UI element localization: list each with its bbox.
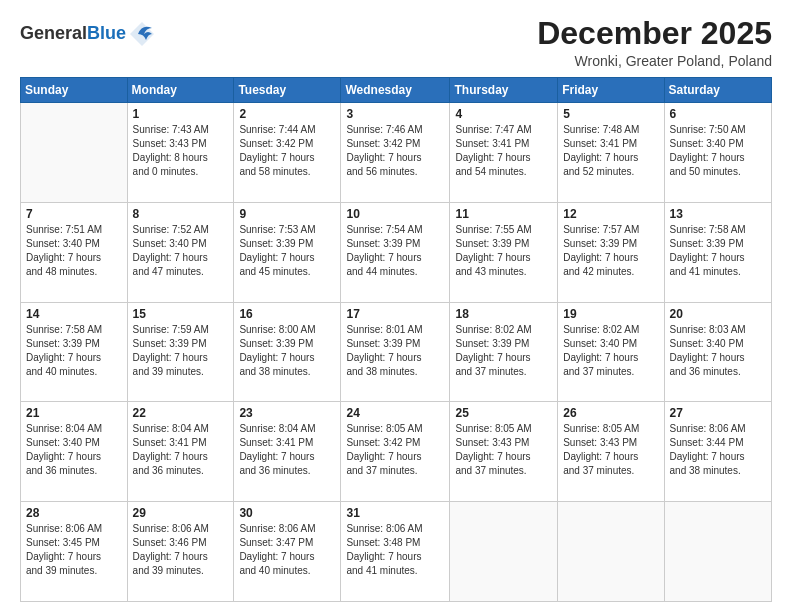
- calendar-header: Sunday Monday Tuesday Wednesday Thursday…: [21, 78, 772, 103]
- day-number: 31: [346, 506, 444, 520]
- table-row: 13Sunrise: 7:58 AMSunset: 3:39 PMDayligh…: [664, 202, 771, 302]
- table-row: 8Sunrise: 7:52 AMSunset: 3:40 PMDaylight…: [127, 202, 234, 302]
- day-info: Sunrise: 7:53 AMSunset: 3:39 PMDaylight:…: [239, 223, 335, 279]
- table-row: 17Sunrise: 8:01 AMSunset: 3:39 PMDayligh…: [341, 302, 450, 402]
- day-number: 21: [26, 406, 122, 420]
- day-info: Sunrise: 8:02 AMSunset: 3:39 PMDaylight:…: [455, 323, 552, 379]
- day-info: Sunrise: 7:52 AMSunset: 3:40 PMDaylight:…: [133, 223, 229, 279]
- col-wednesday: Wednesday: [341, 78, 450, 103]
- table-row: 30Sunrise: 8:06 AMSunset: 3:47 PMDayligh…: [234, 502, 341, 602]
- table-row: 20Sunrise: 8:03 AMSunset: 3:40 PMDayligh…: [664, 302, 771, 402]
- day-number: 27: [670, 406, 766, 420]
- day-info: Sunrise: 8:05 AMSunset: 3:43 PMDaylight:…: [455, 422, 552, 478]
- col-saturday: Saturday: [664, 78, 771, 103]
- day-number: 10: [346, 207, 444, 221]
- table-row: [450, 502, 558, 602]
- day-info: Sunrise: 8:04 AMSunset: 3:40 PMDaylight:…: [26, 422, 122, 478]
- table-row: 31Sunrise: 8:06 AMSunset: 3:48 PMDayligh…: [341, 502, 450, 602]
- table-row: 18Sunrise: 8:02 AMSunset: 3:39 PMDayligh…: [450, 302, 558, 402]
- table-row: 25Sunrise: 8:05 AMSunset: 3:43 PMDayligh…: [450, 402, 558, 502]
- day-info: Sunrise: 8:04 AMSunset: 3:41 PMDaylight:…: [239, 422, 335, 478]
- day-number: 6: [670, 107, 766, 121]
- day-info: Sunrise: 8:03 AMSunset: 3:40 PMDaylight:…: [670, 323, 766, 379]
- col-friday: Friday: [558, 78, 664, 103]
- table-row: 19Sunrise: 8:02 AMSunset: 3:40 PMDayligh…: [558, 302, 664, 402]
- day-info: Sunrise: 8:02 AMSunset: 3:40 PMDaylight:…: [563, 323, 658, 379]
- day-info: Sunrise: 8:00 AMSunset: 3:39 PMDaylight:…: [239, 323, 335, 379]
- day-number: 25: [455, 406, 552, 420]
- day-number: 17: [346, 307, 444, 321]
- day-number: 5: [563, 107, 658, 121]
- day-info: Sunrise: 7:48 AMSunset: 3:41 PMDaylight:…: [563, 123, 658, 179]
- calendar-row: 21Sunrise: 8:04 AMSunset: 3:40 PMDayligh…: [21, 402, 772, 502]
- day-number: 1: [133, 107, 229, 121]
- day-number: 8: [133, 207, 229, 221]
- day-number: 11: [455, 207, 552, 221]
- day-info: Sunrise: 7:47 AMSunset: 3:41 PMDaylight:…: [455, 123, 552, 179]
- day-number: 2: [239, 107, 335, 121]
- location-title: Wronki, Greater Poland, Poland: [537, 53, 772, 69]
- day-number: 26: [563, 406, 658, 420]
- day-info: Sunrise: 8:06 AMSunset: 3:44 PMDaylight:…: [670, 422, 766, 478]
- table-row: 5Sunrise: 7:48 AMSunset: 3:41 PMDaylight…: [558, 103, 664, 203]
- day-info: Sunrise: 8:06 AMSunset: 3:45 PMDaylight:…: [26, 522, 122, 578]
- calendar-row: 28Sunrise: 8:06 AMSunset: 3:45 PMDayligh…: [21, 502, 772, 602]
- table-row: 27Sunrise: 8:06 AMSunset: 3:44 PMDayligh…: [664, 402, 771, 502]
- day-info: Sunrise: 8:05 AMSunset: 3:42 PMDaylight:…: [346, 422, 444, 478]
- day-number: 29: [133, 506, 229, 520]
- day-info: Sunrise: 7:46 AMSunset: 3:42 PMDaylight:…: [346, 123, 444, 179]
- calendar-row: 14Sunrise: 7:58 AMSunset: 3:39 PMDayligh…: [21, 302, 772, 402]
- day-number: 18: [455, 307, 552, 321]
- table-row: 22Sunrise: 8:04 AMSunset: 3:41 PMDayligh…: [127, 402, 234, 502]
- calendar-row: 1Sunrise: 7:43 AMSunset: 3:43 PMDaylight…: [21, 103, 772, 203]
- month-title: December 2025: [537, 16, 772, 51]
- day-number: 7: [26, 207, 122, 221]
- col-sunday: Sunday: [21, 78, 128, 103]
- day-number: 28: [26, 506, 122, 520]
- table-row: [558, 502, 664, 602]
- table-row: 24Sunrise: 8:05 AMSunset: 3:42 PMDayligh…: [341, 402, 450, 502]
- col-tuesday: Tuesday: [234, 78, 341, 103]
- calendar-row: 7Sunrise: 7:51 AMSunset: 3:40 PMDaylight…: [21, 202, 772, 302]
- table-row: 16Sunrise: 8:00 AMSunset: 3:39 PMDayligh…: [234, 302, 341, 402]
- day-info: Sunrise: 8:04 AMSunset: 3:41 PMDaylight:…: [133, 422, 229, 478]
- table-row: 11Sunrise: 7:55 AMSunset: 3:39 PMDayligh…: [450, 202, 558, 302]
- calendar-body: 1Sunrise: 7:43 AMSunset: 3:43 PMDaylight…: [21, 103, 772, 602]
- table-row: 4Sunrise: 7:47 AMSunset: 3:41 PMDaylight…: [450, 103, 558, 203]
- header-row: Sunday Monday Tuesday Wednesday Thursday…: [21, 78, 772, 103]
- day-info: Sunrise: 8:06 AMSunset: 3:48 PMDaylight:…: [346, 522, 444, 578]
- day-number: 22: [133, 406, 229, 420]
- day-number: 4: [455, 107, 552, 121]
- day-number: 12: [563, 207, 658, 221]
- table-row: 26Sunrise: 8:05 AMSunset: 3:43 PMDayligh…: [558, 402, 664, 502]
- calendar: Sunday Monday Tuesday Wednesday Thursday…: [20, 77, 772, 602]
- day-info: Sunrise: 7:51 AMSunset: 3:40 PMDaylight:…: [26, 223, 122, 279]
- table-row: 10Sunrise: 7:54 AMSunset: 3:39 PMDayligh…: [341, 202, 450, 302]
- table-row: [664, 502, 771, 602]
- table-row: 3Sunrise: 7:46 AMSunset: 3:42 PMDaylight…: [341, 103, 450, 203]
- col-thursday: Thursday: [450, 78, 558, 103]
- day-info: Sunrise: 8:06 AMSunset: 3:46 PMDaylight:…: [133, 522, 229, 578]
- table-row: 6Sunrise: 7:50 AMSunset: 3:40 PMDaylight…: [664, 103, 771, 203]
- day-number: 30: [239, 506, 335, 520]
- day-info: Sunrise: 8:06 AMSunset: 3:47 PMDaylight:…: [239, 522, 335, 578]
- table-row: 23Sunrise: 8:04 AMSunset: 3:41 PMDayligh…: [234, 402, 341, 502]
- table-row: 15Sunrise: 7:59 AMSunset: 3:39 PMDayligh…: [127, 302, 234, 402]
- day-info: Sunrise: 7:43 AMSunset: 3:43 PMDaylight:…: [133, 123, 229, 179]
- day-info: Sunrise: 7:50 AMSunset: 3:40 PMDaylight:…: [670, 123, 766, 179]
- day-info: Sunrise: 7:54 AMSunset: 3:39 PMDaylight:…: [346, 223, 444, 279]
- table-row: 28Sunrise: 8:06 AMSunset: 3:45 PMDayligh…: [21, 502, 128, 602]
- table-row: 29Sunrise: 8:06 AMSunset: 3:46 PMDayligh…: [127, 502, 234, 602]
- logo-blue: Blue: [87, 23, 126, 43]
- day-number: 9: [239, 207, 335, 221]
- day-info: Sunrise: 7:59 AMSunset: 3:39 PMDaylight:…: [133, 323, 229, 379]
- logo-general: General: [20, 23, 87, 43]
- table-row: 9Sunrise: 7:53 AMSunset: 3:39 PMDaylight…: [234, 202, 341, 302]
- table-row: 2Sunrise: 7:44 AMSunset: 3:42 PMDaylight…: [234, 103, 341, 203]
- day-number: 24: [346, 406, 444, 420]
- table-row: 12Sunrise: 7:57 AMSunset: 3:39 PMDayligh…: [558, 202, 664, 302]
- day-info: Sunrise: 7:44 AMSunset: 3:42 PMDaylight:…: [239, 123, 335, 179]
- logo-text: GeneralBlue: [20, 24, 126, 44]
- table-row: [21, 103, 128, 203]
- day-info: Sunrise: 7:58 AMSunset: 3:39 PMDaylight:…: [26, 323, 122, 379]
